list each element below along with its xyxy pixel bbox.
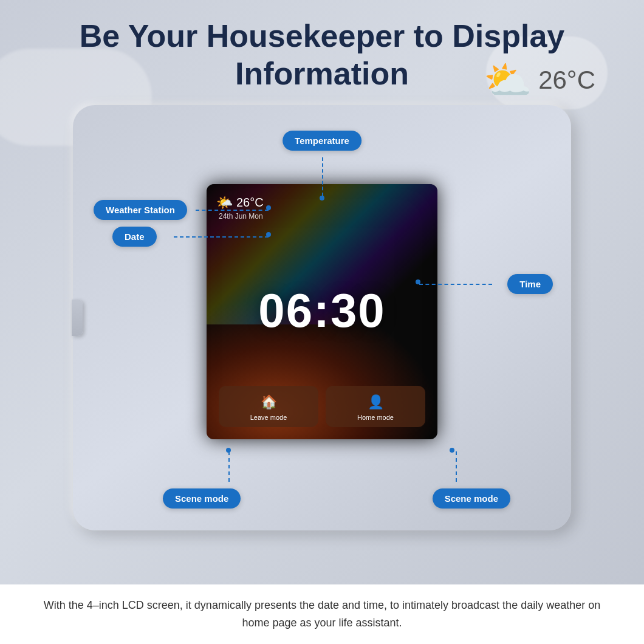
screen-weather: 🌤️ 26°C 24th Jun Mon [216, 195, 264, 221]
leave-mode-button[interactable]: 🏠 Leave mode [219, 386, 318, 427]
weather-station-label: Weather Station [94, 200, 187, 220]
date-label: Date [112, 227, 157, 247]
weather-station-connector [196, 210, 269, 211]
time-dot [416, 279, 420, 284]
scene-mode-left-dot [226, 448, 231, 453]
time-label: Time [507, 274, 553, 294]
scene-mode-right-label: Scene mode [433, 488, 510, 509]
screen-temperature: 26°C [236, 196, 264, 210]
title-line1: Be Your Housekeeper to Display [80, 18, 565, 53]
device-screen: 🌤️ 26°C 24th Jun Mon 06:30 🏠 Leave mode … [207, 184, 437, 439]
page-title: Be Your Housekeeper to Display Informati… [80, 0, 565, 93]
home-icon: 🏠 [261, 394, 277, 410]
home-mode-label: Home mode [357, 414, 394, 421]
temperature-connector [322, 157, 323, 196]
screen-weather-icon: 🌤️ [216, 195, 233, 211]
screen-date: 24th Jun Mon [219, 212, 264, 221]
weather-station-dot [266, 205, 271, 210]
scene-mode-right-dot [450, 448, 454, 453]
scene-mode-right-connector [456, 451, 457, 482]
temperature-dot [320, 196, 324, 200]
time-connector [419, 284, 492, 285]
leave-mode-label: Leave mode [250, 414, 287, 421]
title-line2: Information [235, 56, 409, 91]
screen-modes: 🏠 Leave mode 👤 Home mode [219, 386, 425, 427]
screen-clock: 06:30 [258, 283, 386, 338]
date-dot [266, 232, 271, 237]
scene-mode-left-label: Scene mode [163, 488, 241, 509]
side-tab [72, 300, 83, 336]
date-connector [174, 236, 269, 238]
home-mode-button[interactable]: 👤 Home mode [326, 386, 425, 427]
device-card: 🌤️ 26°C 24th Jun Mon 06:30 🏠 Leave mode … [73, 105, 571, 530]
scene-mode-left-connector [228, 451, 230, 482]
person-icon: 👤 [368, 394, 384, 410]
temperature-label: Temperature [283, 131, 361, 151]
